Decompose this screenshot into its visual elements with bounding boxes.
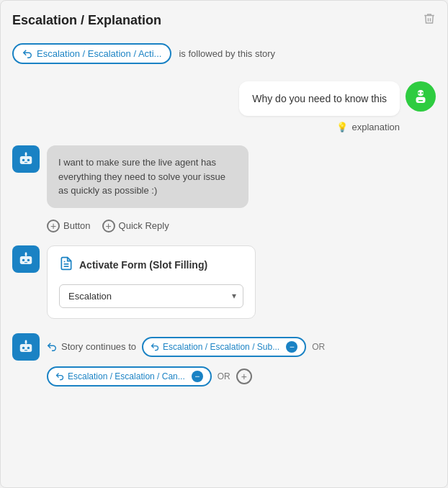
svg-point-12: [22, 258, 24, 261]
svg-point-16: [25, 252, 27, 254]
svg-rect-4: [418, 100, 424, 101]
svg-point-10: [25, 152, 27, 154]
svg-point-13: [27, 258, 30, 261]
svg-point-20: [22, 346, 24, 348]
explanation-tag: 💡 explanation: [336, 122, 400, 132]
bot-avatar-blue-3: [12, 333, 40, 361]
remove-story-1-button[interactable]: −: [286, 341, 297, 353]
form-dropdown[interactable]: Escalation: [59, 284, 243, 308]
svg-rect-5: [20, 156, 32, 164]
or-text-2: OR: [218, 371, 230, 381]
story-link-label: Escalation / Escalation / Acti...: [37, 48, 161, 59]
bot-message-text: I want to make sure the live agent has e…: [58, 157, 225, 196]
story-continues-badge-2[interactable]: Escalation / Escalation / Can... −: [47, 366, 212, 387]
button-action-label: Button: [63, 220, 91, 231]
form-card: Activate Form (Slot Filling) Escalation …: [47, 245, 256, 319]
svg-rect-8: [24, 162, 27, 163]
action-row: + Button + Quick Reply: [47, 220, 436, 232]
story-continues-link-2: Escalation / Escalation / Can...: [68, 371, 185, 381]
svg-rect-22: [24, 350, 27, 351]
bot-avatar-green: [406, 81, 436, 112]
form-section: Activate Form (Slot Filling) Escalation …: [12, 245, 436, 319]
main-panel: Escalation / Explanation Escalation / Es…: [0, 0, 448, 488]
add-button-action[interactable]: + Button: [47, 220, 91, 232]
plus-circle-icon: +: [47, 220, 60, 232]
remove-story-2-button[interactable]: −: [192, 371, 203, 382]
user-message-text: Why do you need to know this: [252, 93, 387, 104]
svg-point-21: [27, 346, 30, 348]
story-link-row: Escalation / Escalation / Acti... is fol…: [12, 43, 436, 64]
form-card-header: Activate Form (Slot Filling): [59, 256, 243, 274]
svg-rect-11: [20, 256, 32, 263]
followed-text: is followed by this story: [179, 48, 275, 59]
user-message-bubble: Why do you need to know this: [239, 81, 400, 116]
svg-rect-19: [20, 343, 32, 351]
bot-avatar-blue-2: [12, 245, 40, 273]
svg-rect-14: [24, 262, 27, 263]
panel-title: Escalation / Explanation: [12, 13, 161, 28]
story-continues-bot-row: Story continues to Escalation / Escalati…: [12, 333, 436, 361]
plus-circle-icon-2: +: [102, 220, 115, 232]
story-continues-badge-1[interactable]: Escalation / Escalation / Sub... −: [142, 337, 306, 357]
bot-message-section: I want to make sure the live agent has e…: [12, 145, 436, 208]
story-link-badge[interactable]: Escalation / Escalation / Acti...: [12, 43, 171, 64]
add-quick-reply-action[interactable]: + Quick Reply: [102, 220, 169, 232]
form-card-title: Activate Form (Slot Filling): [79, 259, 207, 271]
story-continues-label: Story continues to: [47, 341, 136, 352]
form-select-wrapper: Escalation ▾: [59, 284, 243, 308]
explanation-text: explanation: [352, 122, 400, 132]
form-document-icon: [59, 256, 73, 274]
story-continues-row-2: Escalation / Escalation / Can... − OR +: [47, 366, 436, 387]
story-continues-text: Story continues to: [61, 341, 136, 352]
story-continues-section: Story continues to Escalation / Escalati…: [12, 333, 436, 387]
story-continues-row-1: Story continues to Escalation / Escalati…: [47, 337, 325, 357]
trash-icon[interactable]: [423, 12, 436, 29]
panel-header: Escalation / Explanation: [12, 12, 436, 29]
add-story-button[interactable]: +: [236, 369, 252, 384]
story-continues-link-1: Escalation / Escalation / Sub...: [163, 342, 279, 352]
user-chat-section: Why do you need to know this 💡 explanati…: [12, 81, 436, 132]
svg-point-24: [25, 340, 27, 342]
svg-point-6: [22, 159, 24, 161]
svg-point-3: [421, 92, 423, 94]
svg-point-2: [418, 92, 419, 94]
bot-avatar-blue: [12, 145, 40, 173]
or-text-1: OR: [312, 342, 325, 352]
story-continues-row-2-wrapper: Escalation / Escalation / Can... − OR +: [47, 366, 436, 387]
quick-reply-label: Quick Reply: [119, 220, 169, 231]
svg-point-7: [27, 159, 30, 161]
bot-message-bubble: I want to make sure the live agent has e…: [47, 145, 248, 208]
explanation-icon: 💡: [336, 122, 348, 132]
